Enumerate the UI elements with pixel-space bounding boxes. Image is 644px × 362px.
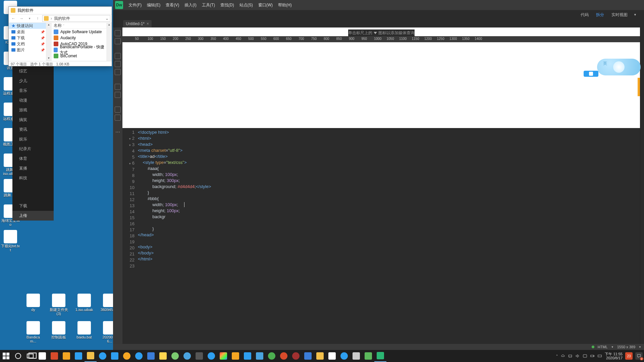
network-icon[interactable] bbox=[568, 354, 573, 358]
rail-icon[interactable] bbox=[115, 107, 121, 113]
category-item[interactable]: 纪录片 bbox=[12, 144, 54, 154]
keyboard-icon[interactable] bbox=[597, 354, 602, 358]
cortana-button[interactable] bbox=[12, 350, 24, 362]
menu-item[interactable]: 帮助(H) bbox=[275, 1, 294, 9]
menu-item[interactable]: 查找(D) bbox=[218, 1, 237, 9]
menu-item[interactable]: 插入(I) bbox=[182, 1, 199, 9]
upload-tab[interactable]: 上传 bbox=[12, 211, 54, 221]
back-button[interactable]: ← bbox=[10, 16, 17, 21]
taskbar-app[interactable] bbox=[278, 350, 290, 362]
code-line[interactable]: } bbox=[138, 226, 640, 232]
breadcrumb[interactable]: 我的软件 bbox=[54, 16, 70, 21]
nav-pane-item[interactable]: 文档📌 bbox=[9, 41, 46, 47]
menu-item[interactable]: 编辑(E) bbox=[144, 1, 163, 9]
code-line[interactable] bbox=[138, 262, 640, 268]
rail-icon[interactable] bbox=[115, 84, 121, 90]
taskbar-app[interactable] bbox=[205, 350, 217, 362]
taskbar-app[interactable] bbox=[97, 350, 109, 362]
taskbar-app[interactable] bbox=[338, 350, 350, 362]
code-line[interactable]: width; 100px; bbox=[138, 172, 640, 178]
taskbar-app[interactable] bbox=[157, 350, 169, 362]
close-icon[interactable]: × bbox=[147, 21, 149, 26]
file-list-item[interactable]: Apple Software Update bbox=[52, 29, 106, 35]
code-line[interactable]: height; 100px; bbox=[138, 208, 640, 214]
code-line[interactable]: <head> bbox=[138, 141, 640, 147]
nav-pane-item[interactable]: 桌面📌 bbox=[9, 29, 46, 35]
onedrive-icon[interactable] bbox=[560, 354, 565, 358]
desktop-shortcut[interactable]: 控制面板 bbox=[49, 321, 68, 347]
tray-overflow-icon[interactable]: ˄ bbox=[556, 354, 558, 358]
taskbar-app[interactable] bbox=[290, 350, 302, 362]
start-button[interactable] bbox=[0, 350, 12, 362]
category-item[interactable]: 综艺 bbox=[12, 66, 54, 76]
taskbar-app[interactable] bbox=[362, 350, 374, 362]
taskbar-app[interactable] bbox=[302, 350, 314, 362]
volume-icon[interactable] bbox=[575, 354, 580, 358]
navigation-pane[interactable]: 快速访问桌面📌下载📌文档📌图片📌 bbox=[9, 23, 46, 61]
chevron-down-icon[interactable]: ⌄ bbox=[105, 16, 109, 21]
code-line[interactable]: width; 100px; bbox=[138, 202, 640, 208]
category-item[interactable]: 体育 bbox=[12, 154, 54, 164]
taskbar-app[interactable] bbox=[169, 350, 181, 362]
horizontal-ruler[interactable]: 5010015020025030035040045050055060065070… bbox=[122, 36, 640, 42]
taskbar-app[interactable] bbox=[314, 350, 326, 362]
code-line[interactable]: <body> bbox=[138, 244, 640, 250]
rail-icon[interactable] bbox=[115, 61, 121, 67]
window-title-bar[interactable]: 我的软件 bbox=[9, 7, 112, 14]
rail-icon[interactable] bbox=[115, 115, 121, 121]
taskbar-app-file-explorer[interactable] bbox=[85, 350, 97, 362]
view-split[interactable]: 拆分 bbox=[594, 11, 606, 19]
collapsed-right-panel[interactable] bbox=[640, 27, 644, 344]
taskbar-app[interactable] bbox=[36, 350, 48, 362]
scroll-up-icon[interactable]: ▴ bbox=[46, 23, 51, 27]
file-list-item[interactable]: Audacity bbox=[52, 35, 106, 41]
breakpoint-handle[interactable] bbox=[638, 78, 640, 96]
taskbar-app[interactable] bbox=[181, 350, 193, 362]
category-item[interactable]: 科技 bbox=[12, 173, 54, 183]
taskbar-app[interactable] bbox=[229, 350, 241, 362]
code-editor[interactable]: <!doctype html><html><head><meta charset… bbox=[137, 128, 640, 344]
category-item[interactable]: 音乐 bbox=[12, 86, 54, 96]
column-header-name[interactable]: 名称 ˄ bbox=[52, 23, 106, 28]
rail-icon[interactable] bbox=[115, 30, 121, 36]
taskbar-app[interactable] bbox=[133, 350, 145, 362]
cloud-sync-badge[interactable] bbox=[584, 71, 598, 77]
code-line[interactable]: </body> bbox=[138, 250, 640, 256]
rail-icon[interactable] bbox=[115, 38, 121, 44]
up-button[interactable]: ↑ bbox=[34, 16, 41, 21]
action-center-icon[interactable]: 2 bbox=[635, 352, 643, 360]
category-item[interactable]: 少儿 bbox=[12, 76, 54, 86]
category-item[interactable]: 搞笑 bbox=[12, 115, 54, 125]
taskbar-app[interactable] bbox=[109, 350, 121, 362]
category-item[interactable]: 游戏 bbox=[12, 105, 54, 115]
view-code[interactable]: 代码 bbox=[579, 11, 591, 19]
nav-pane-scrollbar[interactable]: ▴ ▾ bbox=[46, 23, 52, 61]
chevron-down-icon[interactable]: ▼ bbox=[611, 346, 614, 349]
menu-item[interactable]: 工具(T) bbox=[199, 1, 218, 9]
battery-icon[interactable] bbox=[590, 354, 595, 358]
category-item[interactable]: 直播 bbox=[12, 164, 54, 173]
clock[interactable]: 下午 11:55 2020/8/17 bbox=[605, 352, 623, 360]
code-line[interactable] bbox=[138, 220, 640, 226]
taskbar-app[interactable] bbox=[326, 350, 338, 362]
desktop-shortcut[interactable]: Bandicam... bbox=[23, 321, 43, 347]
chevron-down-icon[interactable]: ▼ bbox=[633, 13, 637, 16]
code-line[interactable]: #bbb{ bbox=[138, 196, 640, 202]
code-line[interactable]: backgr bbox=[138, 214, 640, 220]
forward-button[interactable]: → bbox=[18, 16, 25, 21]
taskbar-app[interactable] bbox=[266, 350, 278, 362]
desktop-shortcut[interactable]: 1.iso.uibak bbox=[74, 294, 94, 319]
category-item[interactable]: 资讯 bbox=[12, 125, 54, 134]
taskbar-app-dreamweaver[interactable] bbox=[374, 350, 386, 362]
menu-item[interactable]: 窗口(W) bbox=[256, 1, 275, 9]
menu-item[interactable]: 站点(S) bbox=[237, 1, 256, 9]
category-item[interactable]: 动漫 bbox=[12, 96, 54, 105]
scroll-down-icon[interactable]: ▾ bbox=[46, 56, 51, 61]
code-line[interactable]: </head> bbox=[138, 232, 640, 238]
code-view[interactable]: 1▾ 2▾ 345▾ 67891011121314151617181920212… bbox=[122, 128, 640, 344]
taskbar-app[interactable] bbox=[60, 350, 72, 362]
recent-dropdown[interactable]: ▾ bbox=[26, 17, 33, 20]
code-line[interactable]: } bbox=[138, 190, 640, 196]
chevron-down-icon[interactable]: ▼ bbox=[639, 346, 641, 349]
desktop-shortcut[interactable]: baidu.bat bbox=[74, 321, 94, 347]
